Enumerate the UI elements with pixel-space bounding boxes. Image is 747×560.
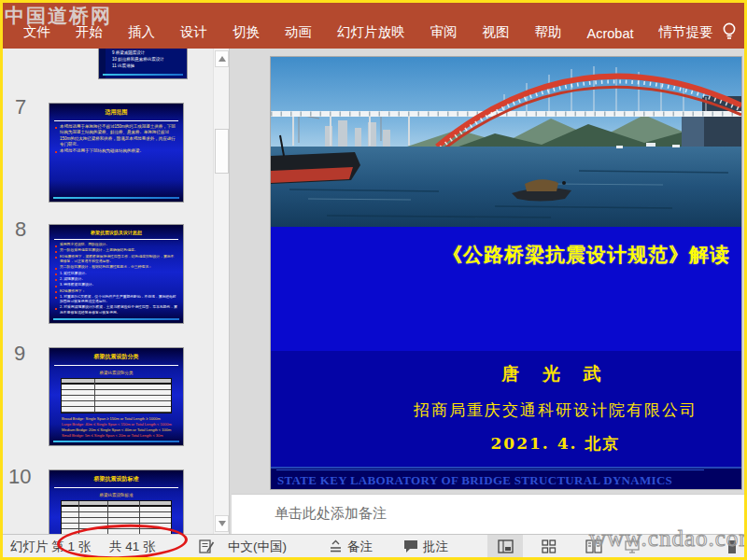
thumb-table xyxy=(61,378,172,413)
slide-date-location[interactable]: 2021. 4. 北京 xyxy=(388,433,723,455)
powerpoint-window: 文件 开始 插入 设计 切换 动画 幻灯片放映 审阅 视图 帮助 Acrobat… xyxy=(0,0,747,560)
comments-icon xyxy=(403,539,418,553)
status-language[interactable]: 中文(中国) xyxy=(228,539,287,555)
slide-footer-text: STATE KEY LABORATORY OF BRIDGE STRUCTURA… xyxy=(271,469,741,488)
normal-view-icon xyxy=(498,539,514,553)
tab-help[interactable]: 帮助 xyxy=(535,23,562,41)
thumb-title: 桥梁抗震设防标准 xyxy=(49,470,183,483)
slide-number-8: 8 xyxy=(15,217,26,242)
slide-number-10: 10 xyxy=(8,465,31,489)
thumb-footer-line xyxy=(53,197,179,199)
view-normal-button[interactable] xyxy=(487,535,523,557)
thumbnail-slide-9[interactable]: 桥梁抗震设防分类 桥梁抗震设防分类 Broad Bridge: Single S… xyxy=(49,347,184,446)
thumb-note-line: Small Bridge: 5m ≤ Single Span < 20m or … xyxy=(49,433,183,439)
thumbnail-slide-7[interactable]: 适用范围 本规范适用于单跨跨径不超过150m的圬工或混凝土拱桥，下部结构为混凝土… xyxy=(49,103,184,203)
slide-credit-block[interactable]: 唐 光 武 招商局重庆交通科研设计院有限公司 2021. 4. 北京 xyxy=(271,351,741,467)
slide-footer-band: STATE KEY LABORATORY OF BRIDGE STRUCTURA… xyxy=(271,467,741,489)
thumbnail-slide-10[interactable]: 桥梁抗震设防标准 桥梁抗震设防标准 xyxy=(49,469,184,534)
arrow-down-icon xyxy=(218,521,226,526)
zoom-slider-handle[interactable] xyxy=(728,540,736,553)
slide-author[interactable]: 唐 光 武 xyxy=(388,362,723,386)
thumb-bullet: 本规范适用于单跨跨径不超过150m的圬工或混凝土拱桥，下部结构为混凝土结构的梁桥… xyxy=(49,124,183,148)
thumb-subtitle: 桥梁抗震设防标准 xyxy=(49,491,183,499)
thumb6-line: 10 斜拉桥和悬索桥抗震设计 xyxy=(99,57,187,63)
tab-storyboard[interactable]: 情节提要 xyxy=(658,23,712,41)
thumb-bullet: 1. 对重要的C类桥梁，仅个别构件产生严重损伤影响，不倒塌，震后经临时加固后可恢… xyxy=(49,295,183,306)
tab-slideshow[interactable]: 幻灯片放映 xyxy=(337,23,405,41)
thumb-footer-line xyxy=(53,441,179,442)
slide-number-9: 9 xyxy=(14,342,25,366)
thumb-divider xyxy=(54,239,178,240)
thumb-footer-line xyxy=(103,74,183,76)
slide-thumbnail-panel: 9 桥梁减隔震设计 10 斜拉桥和悬索桥抗震设计 11 抗震措施 7 适用范围 … xyxy=(3,49,230,534)
thumb6-line: 11 抗震措施 xyxy=(99,63,187,70)
slide-organization[interactable]: 招商局重庆交通科研设计院有限公司 xyxy=(388,399,723,421)
scroll-up-button[interactable] xyxy=(215,50,229,67)
reading-view-icon xyxy=(585,539,602,553)
tab-transitions[interactable]: 切换 xyxy=(233,23,260,41)
scroll-down-button[interactable] xyxy=(215,515,229,532)
comments-toggle-button[interactable]: 批注 xyxy=(423,539,448,555)
thumb-table xyxy=(61,500,172,534)
status-slide-position: 幻灯片 第 1 张 xyxy=(10,539,91,555)
tell-me-lightbulb-icon[interactable] xyxy=(722,22,737,41)
view-reading-button[interactable] xyxy=(576,535,612,557)
tab-review[interactable]: 审阅 xyxy=(430,23,458,41)
thumb-title: 桥梁抗震设防分类 xyxy=(49,348,183,361)
thumbnail-scrollbar[interactable] xyxy=(213,49,229,534)
view-slideshow-button[interactable] xyxy=(614,535,650,557)
notes-icon xyxy=(329,539,343,553)
tab-design[interactable]: 设计 xyxy=(180,23,207,41)
notes-placeholder[interactable]: 单击此处添加备注 xyxy=(232,495,744,523)
slideshow-icon xyxy=(625,539,640,553)
status-bar: 幻灯片 第 1 张 共 41 张 中文(中国) 备注 批注 xyxy=(3,534,744,557)
thumb-bullet: 本规范不适用于下部结构为砌体结构的桥梁。 xyxy=(49,148,183,155)
tab-file[interactable]: 文件 xyxy=(23,23,50,41)
thumb-title: 桥梁抗震设防及设计思想 xyxy=(49,225,183,235)
ribbon-tab-strip: 文件 开始 插入 设计 切换 动画 幻灯片放映 审阅 视图 帮助 Acrobat… xyxy=(3,3,744,49)
status-slide-total: 共 41 张 xyxy=(109,539,156,555)
slide-canvas[interactable]: 《公路桥梁抗震设计规范》解读 唐 光 武 招商局重庆交通科研设计院有限公司 20… xyxy=(271,57,741,489)
thumb-divider xyxy=(54,120,178,121)
footer-rule xyxy=(276,469,704,470)
slide-sorter-icon xyxy=(542,539,557,553)
thumb-divider xyxy=(54,365,178,366)
ribbon-bar: 文件 开始 插入 设计 切换 动画 幻灯片放映 审阅 视图 帮助 Acrobat… xyxy=(3,3,744,49)
thumb-divider xyxy=(54,487,178,488)
tab-acrobat[interactable]: Acrobat xyxy=(587,26,634,41)
notes-pane[interactable]: 单击此处添加备注 xyxy=(232,494,744,537)
slide-number-7: 7 xyxy=(15,95,26,119)
tab-home[interactable]: 开始 xyxy=(76,23,103,41)
slide-title-text[interactable]: 《公路桥梁抗震设计规范》解读 xyxy=(443,242,730,268)
thumb-footer-line xyxy=(53,318,179,320)
thumb-bullet: 2. 对采用减隔震设计的桥梁，主梁与桥墩应处于弹性范围，基本无损伤，震后不需修复… xyxy=(49,305,183,316)
tab-insert[interactable]: 插入 xyxy=(128,23,155,41)
tab-animations[interactable]: 动画 xyxy=(285,23,312,41)
notes-toggle-button[interactable]: 备注 xyxy=(347,539,373,555)
bridge-photo[interactable] xyxy=(271,57,741,227)
tab-view[interactable]: 视图 xyxy=(483,23,510,41)
thumbnail-slide-6-partial[interactable]: 9 桥梁减隔震设计 10 斜拉桥和悬索桥抗震设计 11 抗震措施 xyxy=(98,49,188,79)
slide-title-block[interactable]: 《公路桥梁抗震设计规范》解读 xyxy=(271,227,741,351)
thumb-bullet: E1地震作用下，梁桥桥墩保持弹性范围工作，结构强度控制设计，震后不需修复，可正常… xyxy=(49,255,183,266)
thumb-title: 适用范围 xyxy=(49,104,183,117)
arrow-up-icon xyxy=(218,56,226,62)
spell-check-icon[interactable] xyxy=(199,539,215,553)
thumb6-line: 9 桥梁减隔震设计 xyxy=(99,50,187,57)
thumbnail-slide-8[interactable]: 桥梁抗震设防及设计思想 采用两水准设防、两阶段设计。 第一阶段采用强度抗震设计，… xyxy=(49,224,184,324)
scrollbar-thumb[interactable] xyxy=(215,129,229,174)
view-sorter-button[interactable] xyxy=(531,535,567,557)
thumb-subtitle: 桥梁抗震设防分类 xyxy=(49,369,183,377)
